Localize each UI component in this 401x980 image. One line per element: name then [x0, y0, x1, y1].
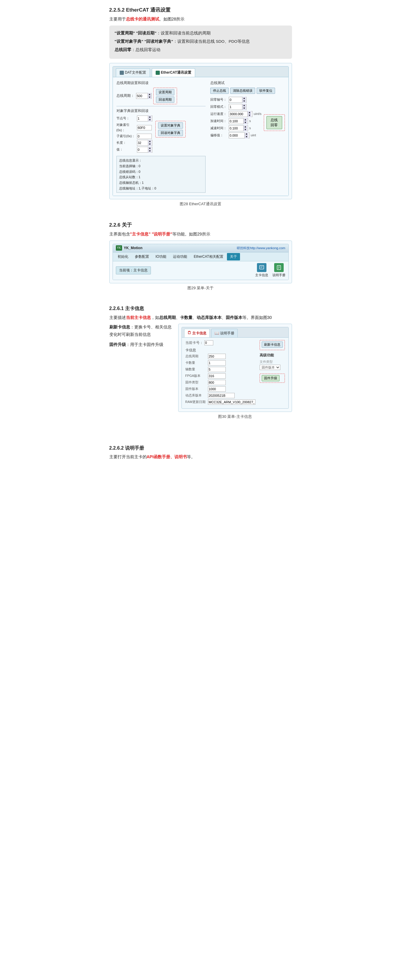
run-speed-row: 运行速度： ▲ ▼ uint/s [210, 111, 261, 117]
offset-down[interactable]: ▼ [245, 135, 248, 138]
period-section: 总线周期设置和回读 总线周期： ▲ ▼ 设置周期 [116, 80, 206, 104]
card-val-7 [208, 399, 255, 405]
card-advanced-section: 高级功能 文件类型 固件版本- 固件升级 [259, 353, 285, 382]
node-up[interactable]: ▲ [148, 116, 152, 118]
btn-upgrade-firmware[interactable]: 固件升级 [262, 375, 280, 381]
obj-idx-input[interactable] [137, 125, 152, 130]
node-input-container[interactable]: ▲ ▼ [137, 116, 153, 121]
val-input-container[interactable]: ▲ ▼ [137, 147, 153, 153]
info-item-2: 总线回零：总线回零运动 [115, 46, 286, 54]
zero-mode-input[interactable] [229, 105, 242, 109]
menu-io[interactable]: IO功能 [153, 253, 170, 261]
decel-spin: ▲ ▼ [243, 125, 247, 131]
card-tab-info[interactable]: 🗒 主卡信息 [184, 329, 210, 337]
status-title: 总线信息显示： [119, 158, 203, 163]
accel-up[interactable]: ▲ [243, 118, 247, 121]
len-input[interactable] [137, 141, 148, 145]
menu-param[interactable]: 参数配置 [132, 253, 152, 261]
icon-card-info[interactable]: 主卡信息 [255, 263, 268, 278]
len-row: 长度： ▲ ▼ [116, 140, 153, 146]
run-speed-up[interactable]: ▲ [248, 111, 251, 114]
len-up[interactable]: ▲ [148, 140, 152, 143]
decel-container[interactable]: ▲ ▼ [229, 125, 248, 131]
section-about-heading: 2.2.6 关于 [109, 221, 292, 229]
decel-input[interactable] [229, 127, 243, 130]
btn-stop-bus[interactable]: 停止总线 [210, 88, 229, 94]
zero-mode-down[interactable]: ▼ [242, 107, 246, 110]
card-tab-manual[interactable]: 📖 说明手册 [211, 329, 238, 337]
period-row: 总线周期： ▲ ▼ 设置周期 回读周期 [116, 88, 206, 104]
zero-axis-down[interactable]: ▼ [242, 100, 246, 103]
card-info-icon [257, 263, 266, 272]
menu-ethercat[interactable]: EtherCAT相关配置 [191, 253, 226, 261]
len-down[interactable]: ▼ [148, 143, 152, 146]
period-input-container[interactable]: ▲ ▼ [136, 93, 152, 99]
menu-init[interactable]: 初始化 [115, 253, 131, 261]
decel-down[interactable]: ▼ [243, 128, 247, 131]
period-down[interactable]: ▼ [148, 96, 151, 99]
btn-soft-reset[interactable]: 软件复位 [257, 88, 275, 94]
val-spin: ▲ ▼ [148, 147, 152, 153]
zero-axis-up[interactable]: ▲ [242, 97, 246, 100]
period-input[interactable] [136, 94, 148, 98]
accel-down[interactable]: ▼ [243, 121, 247, 124]
section-card-info: 2.2.6.1 主卡信息 主要描述当前主卡信息，如总线周期、卡数量、动态库版本本… [109, 305, 292, 424]
run-speed-container[interactable]: ▲ ▼ [229, 111, 253, 117]
card-val-6 [208, 393, 235, 398]
val-down[interactable]: ▼ [148, 150, 152, 153]
run-speed-input[interactable] [229, 112, 247, 116]
node-down[interactable]: ▼ [148, 118, 152, 121]
menu-about[interactable]: 关于 [227, 253, 240, 261]
btn-read-obj[interactable]: 回读对象字典 [158, 130, 183, 136]
icon-manual[interactable]: 说明手册 [272, 263, 285, 278]
card-advanced-label: 高级功能 [259, 353, 285, 358]
ethercat-body: 总线周期设置和回读 总线周期： ▲ ▼ 设置周期 [113, 77, 288, 196]
val-input[interactable] [137, 148, 148, 151]
node-input[interactable] [137, 117, 148, 120]
offset-container[interactable]: ▲ ▼ [229, 132, 250, 138]
sub-idx-row: 子索引(0x)： [116, 134, 153, 139]
node-spin: ▲ ▼ [148, 116, 152, 121]
figure30-caption: 图30 菜单-主卡信息 [178, 414, 292, 420]
obj-idx-row: 对象索引(0x)： [116, 123, 153, 133]
btn-read-period[interactable]: 回读周期 [156, 97, 174, 103]
bus-test-buttons: 停止总线 清除总线错误 软件复位 [210, 88, 285, 94]
menu-motion[interactable]: 运动功能 [170, 253, 190, 261]
btn-refresh-card[interactable]: 刷新卡信息 [262, 342, 283, 348]
info-item-0: "设置周期" "回读后期"：设置和回读当前总线的周期 [115, 30, 286, 37]
card-row-2: 轴数量 [185, 367, 255, 372]
offset-up[interactable]: ▲ [245, 132, 248, 135]
manual-intro: 主要打开当前主卡的API函数手册、说明书等。 [109, 453, 292, 460]
btn-set-obj[interactable]: 设置对象字典 [158, 123, 183, 129]
status-line-1: 总线错误码：0 [119, 169, 203, 175]
manual-icon [274, 263, 284, 272]
len-input-container[interactable]: ▲ ▼ [137, 140, 153, 146]
zero-axis-container[interactable]: ▲ ▼ [229, 97, 247, 103]
card-row-1: 卡数量 [185, 360, 255, 366]
current-card-input[interactable] [204, 340, 213, 345]
val-up[interactable]: ▲ [148, 147, 152, 150]
period-up[interactable]: ▲ [148, 93, 151, 96]
ethercat-info-box: "设置周期" "回读后期"：设置和回读当前总线的周期 "设置对象字典" "回读对… [109, 25, 292, 59]
card-row-3: FPGA版本 [185, 373, 255, 379]
decel-up[interactable]: ▲ [243, 125, 247, 128]
card-refresh-section: 刷新卡信息 [259, 340, 285, 350]
decel-row: 减速时间： ▲ ▼ s [210, 125, 261, 131]
zero-axis-input[interactable] [229, 98, 242, 102]
offset-input[interactable] [229, 134, 245, 137]
section-ethercat: 2.2.5.2 EtherCAT 通讯设置 主要用于总线卡的通讯测试。如图28所… [109, 6, 292, 207]
period-buttons: 设置周期 回读周期 [153, 88, 177, 104]
accel-container[interactable]: ▲ ▼ [229, 118, 248, 124]
zero-mode-container[interactable]: ▲ ▼ [229, 104, 247, 110]
zero-mode-up[interactable]: ▲ [242, 104, 246, 107]
sub-idx-input[interactable] [137, 134, 152, 139]
btn-clear-err[interactable]: 清除总线错误 [230, 88, 255, 94]
btn-set-period[interactable]: 设置周期 [156, 89, 174, 95]
accel-input[interactable] [229, 119, 243, 123]
tab-dat-config[interactable]: DAT文件配置 [116, 68, 150, 76]
run-speed-down[interactable]: ▼ [248, 114, 251, 117]
btn-return-zero[interactable]: 总线回零 [266, 116, 282, 129]
card-file-type-select[interactable]: 固件版本- [259, 365, 280, 370]
card-row-6: 动态库版本 [185, 393, 255, 398]
tab-ethercat-setting[interactable]: EtherCAT通讯设置 [152, 68, 195, 76]
